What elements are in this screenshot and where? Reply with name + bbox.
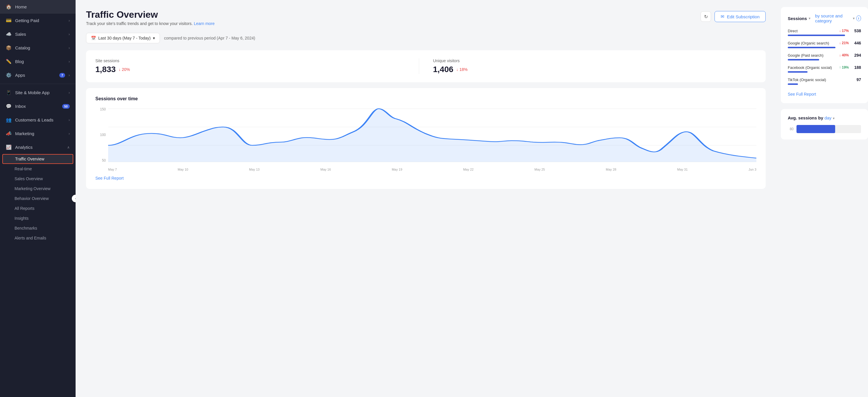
chart-title: Sessions over time xyxy=(95,96,756,101)
source-bar xyxy=(788,47,835,48)
stat-change: ↓ 20% xyxy=(119,67,130,72)
x-axis-labels: May 7 May 10 May 13 May 16 May 19 May 22… xyxy=(108,168,756,171)
chevron-up-icon: ∧ xyxy=(67,145,70,149)
x-label: May 22 xyxy=(463,168,473,171)
sidebar-item-site-mobile[interactable]: 📱 Site & Mobile App › xyxy=(0,86,75,99)
by-text-label xyxy=(812,16,813,21)
date-range-label: Last 30 days (May 7 - Today) xyxy=(98,36,151,40)
by-chevron[interactable]: ▾ xyxy=(853,17,855,20)
page-subtitle: Track your site's traffic trends and get… xyxy=(86,21,215,26)
sessions-chevron[interactable]: ▾ xyxy=(809,17,810,20)
stat-value: 1,833 ↓ 20% xyxy=(95,65,419,74)
inbox-icon: 💬 xyxy=(6,103,12,109)
by-source-label[interactable]: by source and category xyxy=(815,13,851,23)
refresh-button[interactable]: ↻ xyxy=(701,11,711,22)
sessions-header: Sessions ▾ by source and category ▾ i xyxy=(788,13,861,23)
sidebar-item-marketing[interactable]: 📣 Marketing › xyxy=(0,127,75,141)
date-picker-button[interactable]: 📅 Last 30 days (May 7 - Today) ▾ xyxy=(86,33,160,43)
sidebar-item-customers-leads[interactable]: 👥 Customers & Leads › xyxy=(0,113,75,127)
avg-by-label[interactable]: day xyxy=(825,115,831,120)
page-header: Traffic Overview Track your site's traff… xyxy=(86,9,766,26)
source-change: ↑ 19% xyxy=(839,65,849,69)
sidebar: 🏠 Home 💳 Getting Paid › ☁️ Sales › 📦 Cat… xyxy=(0,0,75,397)
stat-value: 1,406 ↓ 18% xyxy=(433,65,757,74)
source-count: 97 xyxy=(852,77,861,82)
blog-icon: ✏️ xyxy=(6,59,12,64)
sidebar-item-analytics[interactable]: 📈 Analytics ∧ xyxy=(0,141,75,154)
sidebar-item-blog[interactable]: ✏️ Blog › xyxy=(0,55,75,68)
sidebar-item-label: Analytics xyxy=(15,145,64,150)
stat-label: Unique visitors xyxy=(433,58,757,63)
sidebar-item-label: Sales xyxy=(15,32,65,37)
page-title: Traffic Overview xyxy=(86,9,215,20)
learn-more-link[interactable]: Learn more xyxy=(194,21,215,26)
source-change: ↓ 40% xyxy=(839,53,849,57)
sessions-chart xyxy=(108,107,756,162)
chart-see-full-report-link[interactable]: See Full Report xyxy=(95,176,124,181)
avg-bar-track xyxy=(797,125,861,133)
sidebar-item-sales[interactable]: ☁️ Sales › xyxy=(0,27,75,41)
source-row-direct: Direct ↓ 17% 538 xyxy=(788,29,861,36)
x-label: Jun 3 xyxy=(748,168,756,171)
sidebar-item-getting-paid[interactable]: 💳 Getting Paid › xyxy=(0,14,75,27)
sidebar-item-label: Getting Paid xyxy=(15,18,65,23)
chart-card: Sessions over time 150 100 50 xyxy=(86,88,766,189)
sidebar-item-label: Marketing xyxy=(15,131,65,136)
arrow-down-icon: ↓ xyxy=(456,67,458,72)
avg-bar-fill xyxy=(797,125,835,133)
sidebar-item-home[interactable]: 🏠 Home xyxy=(0,0,75,14)
right-panel: Sessions ▾ by source and category ▾ i Di… xyxy=(775,0,868,397)
sidebar-sub-item-behavior-overview[interactable]: Behavior Overview xyxy=(0,193,75,204)
sidebar-item-catalog[interactable]: 📦 Catalog › xyxy=(0,41,75,55)
chevron-right-icon: › xyxy=(69,118,70,122)
y-axis-labels: 150 100 50 xyxy=(95,107,106,162)
header-actions: ↻ ✉ Edit Subscription xyxy=(701,11,766,22)
sidebar-item-label: Site & Mobile App xyxy=(15,90,65,95)
x-label: May 16 xyxy=(320,168,331,171)
source-count: 538 xyxy=(852,29,861,33)
sidebar-item-apps[interactable]: ⚙️ Apps 7 › xyxy=(0,68,75,82)
sidebar-sub-item-insights[interactable]: Insights xyxy=(0,213,75,223)
y-label: 50 xyxy=(95,158,106,162)
refresh-icon: ↻ xyxy=(704,14,708,20)
source-row-google-paid: Google (Paid search) ↓ 40% 294 xyxy=(788,53,861,60)
sidebar-sub-item-sales-overview[interactable]: Sales Overview xyxy=(0,174,75,184)
stat-change: ↓ 18% xyxy=(456,67,468,72)
sidebar-sub-item-alerts-emails[interactable]: Alerts and Emails xyxy=(0,233,75,243)
sidebar-sub-item-real-time[interactable]: Real-time xyxy=(0,164,75,174)
stat-site-sessions: Site sessions 1,833 ↓ 20% xyxy=(95,58,419,74)
chevron-right-icon: › xyxy=(69,91,70,95)
x-label: May 25 xyxy=(534,168,545,171)
avg-sessions-title: Avg. sessions by day ▾ xyxy=(788,115,861,120)
info-icon[interactable]: i xyxy=(856,16,861,21)
chevron-right-icon: › xyxy=(69,32,70,36)
apps-icon: ⚙️ xyxy=(6,72,12,78)
sales-icon: ☁️ xyxy=(6,31,12,37)
chevron-right-icon: › xyxy=(69,19,70,23)
avg-bar-row: 80 xyxy=(788,125,861,133)
stat-label: Site sessions xyxy=(95,58,419,63)
source-count: 446 xyxy=(852,41,861,45)
source-name: Direct xyxy=(788,29,798,33)
inbox-badge: 50 xyxy=(62,104,70,109)
x-label: May 7 xyxy=(108,168,117,171)
mail-icon: ✉ xyxy=(721,14,724,19)
avg-by-chevron[interactable]: ▾ xyxy=(833,117,835,120)
source-name: Google (Organic search) xyxy=(788,41,829,45)
edit-subscription-button[interactable]: ✉ Edit Subscription xyxy=(714,11,766,22)
sidebar-item-label: Apps xyxy=(15,73,56,78)
chevron-down-icon: ▾ xyxy=(153,36,155,40)
source-row-google-organic: Google (Organic search) ↓ 21% 446 xyxy=(788,41,861,48)
chevron-right-icon: › xyxy=(69,60,70,64)
sidebar-sub-item-traffic-overview[interactable]: Traffic Overview xyxy=(2,154,73,164)
site-mobile-icon: 📱 xyxy=(6,90,12,95)
sidebar-sub-item-benchmarks[interactable]: Benchmarks xyxy=(0,223,75,233)
customers-icon: 👥 xyxy=(6,117,12,123)
stat-unique-visitors: Unique visitors 1,406 ↓ 18% xyxy=(419,58,757,74)
sessions-see-full-report-link[interactable]: See Full Report xyxy=(788,92,816,96)
sidebar-sub-item-all-reports[interactable]: All Reports xyxy=(0,204,75,213)
sidebar-item-inbox[interactable]: 💬 Inbox 50 xyxy=(0,99,75,113)
sessions-label: Sessions xyxy=(788,16,807,21)
sidebar-sub-item-marketing-overview[interactable]: Marketing Overview xyxy=(0,184,75,193)
sidebar-item-label: Blog xyxy=(15,59,65,64)
